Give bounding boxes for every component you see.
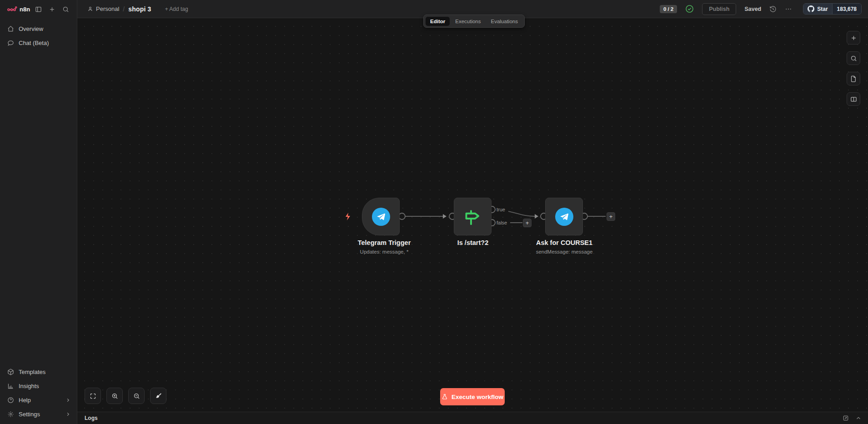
logs-controls (843, 415, 862, 421)
toggle-panel-button[interactable] (847, 92, 860, 106)
publish-button[interactable]: Publish (702, 3, 736, 15)
workflow-history-icon[interactable] (769, 5, 777, 13)
sidebar-item-label: Overview (19, 25, 43, 32)
sidebar-item-insights[interactable]: Insights (0, 379, 77, 393)
sidebar-item-label: Settings (19, 411, 40, 418)
add-node-button[interactable] (847, 31, 860, 45)
open-logs-window-icon[interactable] (843, 415, 849, 421)
node-subtitle: Updates: message, * (332, 249, 437, 254)
zoom-in-button[interactable] (106, 388, 123, 404)
bar-chart-icon (7, 383, 14, 389)
node-title: Ask for COURSE1 (512, 239, 617, 246)
search-icon[interactable] (60, 3, 71, 15)
node-subtitle: sendMessage: message (512, 249, 617, 254)
fit-view-icon (90, 393, 96, 399)
add-node-plus-false-branch[interactable]: + (523, 219, 532, 227)
tab-evaluations[interactable]: Evaluations (487, 17, 522, 26)
node-telegram-send[interactable] (545, 198, 583, 235)
zoom-out-button[interactable] (128, 388, 145, 404)
home-icon (7, 25, 14, 32)
chevron-right-icon (65, 398, 70, 403)
search-icon (850, 55, 857, 62)
sidebar-item-overview[interactable]: Overview (0, 22, 77, 36)
node-label: Is /start?2 (421, 239, 525, 249)
new-workflow-icon[interactable] (46, 3, 58, 15)
split-panel-icon (850, 96, 857, 103)
saved-status: Saved (744, 6, 761, 12)
github-star-button[interactable]: Star (803, 4, 832, 14)
sidebar-item-help[interactable]: Help (0, 393, 77, 407)
header-controls: 0 / 2 Publish Saved Star 183,678 (660, 3, 862, 15)
plus-icon (850, 35, 857, 41)
view-tabs: Editor Executions Evaluations (423, 15, 525, 28)
workflow-canvas[interactable]: true false Telegram Trigger Updates: mes… (77, 18, 868, 412)
gear-icon (7, 411, 14, 418)
brand-name: n8n (20, 6, 30, 13)
package-icon (7, 369, 14, 375)
add-node-plus-output[interactable]: + (607, 212, 615, 221)
chat-icon (7, 40, 14, 46)
more-options-icon[interactable] (785, 5, 792, 13)
zoom-out-icon (133, 393, 140, 399)
sidebar-nav-bottom: Templates Insights Help Settings (0, 361, 77, 424)
help-circle-icon (7, 397, 14, 404)
project-name: Personal (96, 5, 119, 12)
canvas-zoom-controls (85, 388, 166, 404)
breadcrumb: Personal / shopi 3 + Add tag (87, 5, 188, 13)
person-icon (87, 6, 93, 12)
sticky-note-button[interactable] (847, 72, 860, 85)
execute-workflow-label: Execute workflow (452, 394, 503, 400)
tab-executions[interactable]: Executions (451, 17, 485, 26)
execute-workflow-button[interactable]: Execute workflow (440, 388, 505, 405)
file-icon (850, 75, 857, 82)
n8n-logo-icon (7, 6, 17, 12)
tab-editor[interactable]: Editor (426, 17, 450, 26)
breadcrumb-separator: / (123, 5, 125, 13)
breadcrumb-project[interactable]: Personal (87, 5, 119, 12)
branch-label-false: false (497, 220, 507, 225)
tidy-up-button[interactable] (150, 388, 166, 404)
if-signpost-icon (463, 207, 482, 226)
chevron-right-icon (65, 412, 70, 417)
github-star-label: Star (817, 6, 828, 12)
fit-view-button[interactable] (85, 388, 101, 404)
expand-logs-chevron-icon[interactable] (855, 415, 862, 421)
evaluation-count-badge[interactable]: 0 / 2 (660, 5, 677, 13)
sidebar-item-label: Insights (19, 383, 39, 389)
node-title: Is /start?2 (421, 239, 525, 246)
sidebar: n8n Overview Chat (Beta) Templates Insig… (0, 0, 77, 424)
workflow-name[interactable]: shopi 3 (128, 5, 151, 13)
broom-icon (155, 393, 162, 399)
sidebar-item-label: Chat (Beta) (19, 40, 49, 46)
sidebar-item-label: Templates (19, 369, 45, 375)
github-icon (808, 5, 814, 12)
node-if[interactable] (454, 198, 492, 235)
workflow-valid-check-icon[interactable] (685, 5, 694, 13)
logs-panel-header[interactable]: Logs (77, 412, 868, 424)
node-label: Telegram Trigger Updates: message, * (332, 239, 437, 254)
sidebar-item-settings[interactable]: Settings (0, 407, 77, 421)
sidebar-item-templates[interactable]: Templates (0, 365, 77, 379)
sidebar-header: n8n (0, 0, 77, 18)
collapse-sidebar-icon[interactable] (32, 3, 44, 15)
node-telegram-trigger[interactable] (362, 198, 400, 235)
node-label: Ask for COURSE1 sendMessage: message (512, 239, 617, 254)
n8n-logo[interactable]: n8n (7, 6, 30, 13)
sidebar-item-label: Help (19, 397, 31, 404)
sidebar-item-chat[interactable]: Chat (Beta) (0, 36, 77, 50)
canvas-search-button[interactable] (847, 51, 860, 65)
telegram-icon (555, 208, 573, 226)
branch-label-true: true (497, 207, 505, 212)
add-tag-button[interactable]: + Add tag (165, 6, 188, 12)
node-title: Telegram Trigger (332, 239, 437, 246)
telegram-icon (372, 208, 390, 226)
logs-title: Logs (85, 415, 98, 421)
github-star-widget[interactable]: Star 183,678 (803, 3, 862, 15)
sidebar-nav-top: Overview Chat (Beta) (0, 18, 77, 54)
github-star-count[interactable]: 183,678 (833, 4, 861, 14)
canvas-side-toolbar (847, 31, 860, 106)
trigger-bolt-icon (346, 213, 350, 220)
flask-icon (442, 394, 448, 400)
zoom-in-icon (111, 393, 118, 399)
